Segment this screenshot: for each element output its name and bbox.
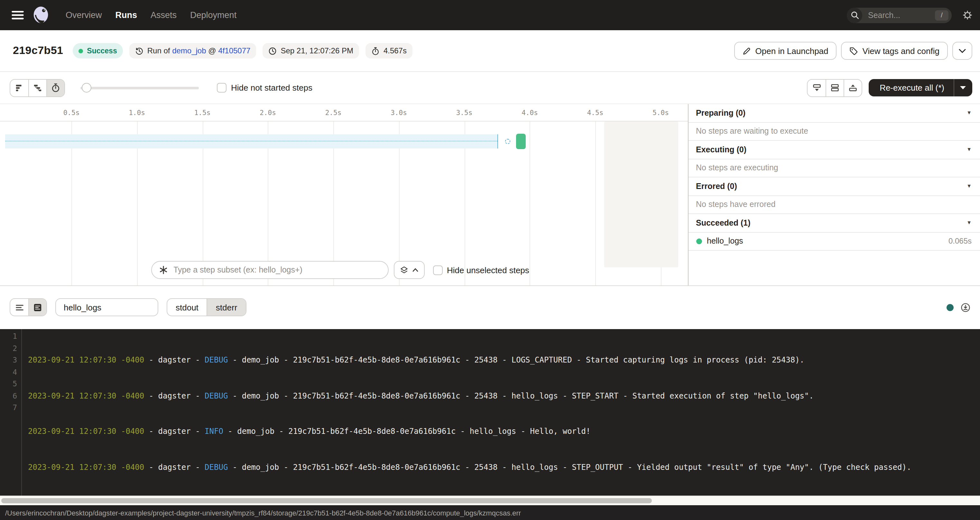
log-line: 2023-09-21 12:07:30 -0400 - dagster - DE… — [28, 461, 980, 473]
panel-layout-split-button[interactable] — [826, 79, 843, 96]
gantt-chart: 0.5s 1.0s 1.5s 2.0s 2.5s 3.0s 3.5s 4.0s … — [0, 104, 687, 285]
hide-not-started-checkbox-row[interactable]: Hide not started steps — [217, 83, 312, 93]
header-more-actions-button[interactable] — [952, 42, 972, 60]
log-level: INFO — [205, 427, 223, 436]
scrollbar-thumb[interactable] — [1, 498, 652, 503]
step-duration: 0.065s — [948, 237, 972, 246]
panel-bottom-icon — [812, 83, 821, 93]
hide-not-started-checkbox[interactable] — [217, 83, 226, 93]
section-succeeded[interactable]: Succeeded (1) ▼ — [688, 214, 980, 232]
step-success-dot-icon — [696, 238, 702, 244]
step-waiting-band — [5, 134, 498, 149]
step-subset-input-wrap — [151, 261, 388, 279]
hide-unselected-label: Hide unselected steps — [447, 265, 529, 275]
log-stream-tabs: stdout stderr — [167, 298, 246, 317]
log-timestamp: 2023-09-21 12:07:30 -0400 — [28, 427, 144, 436]
view-mode-flat-button[interactable] — [10, 79, 28, 96]
after-run-end-shade — [604, 121, 678, 267]
snapshot-link[interactable]: 4f105077 — [218, 46, 250, 55]
slider-track — [80, 86, 199, 89]
slider-thumb[interactable] — [82, 82, 91, 92]
panel-layout-segmented — [807, 79, 862, 97]
step-subset-input[interactable] — [172, 265, 380, 275]
hide-unselected-checkbox-row[interactable]: Hide unselected steps — [433, 265, 529, 275]
axis-tick: 2.5s — [325, 108, 342, 116]
axis-tick: 1.0s — [129, 108, 145, 116]
dagster-logo-icon[interactable] — [31, 5, 51, 25]
header-actions: Open in Launchpad View tags and config — [734, 42, 972, 60]
search-input[interactable] — [867, 10, 929, 20]
tab-stdout[interactable]: stdout — [167, 299, 207, 316]
nav-item-overview[interactable]: Overview — [66, 10, 102, 20]
section-preparing[interactable]: Preparing (0) ▼ — [688, 104, 980, 122]
section-errored-title: Errored (0) — [696, 182, 737, 191]
log-line-numbers: 1 2 3 4 5 6 7 — [0, 329, 22, 496]
axis-tick: 4.5s — [587, 108, 604, 116]
nav-item-runs[interactable]: Runs — [116, 10, 137, 20]
duration: 4.567s — [383, 46, 407, 55]
view-tags-config-label: View tags and config — [862, 46, 939, 55]
line-number: 4 — [0, 366, 17, 378]
caret-down-icon: ▼ — [966, 111, 972, 116]
run-header: 219c7b51 Success Run of demo_job @ 4f105… — [0, 30, 980, 72]
reexecute-dropdown-button[interactable] — [954, 86, 972, 89]
caret-down-icon: ▼ — [966, 220, 972, 226]
log-message: - demo_job - 219c7b51-b62f-4e5b-8de8-0e7… — [228, 355, 804, 365]
log-step-filter-wrap — [55, 298, 158, 317]
view-mode-timed-button[interactable] — [46, 79, 64, 96]
section-succeeded-title: Succeeded (1) — [696, 219, 751, 228]
open-in-launchpad-label: Open in Launchpad — [756, 46, 829, 55]
log-message: - demo_job - 219c7b51-b62f-4e5b-8de8-0e7… — [228, 463, 911, 472]
job-link[interactable]: demo_job — [172, 46, 206, 55]
log-line: 2023-09-21 12:07:30 -0400 - dagster - IN… — [28, 426, 980, 438]
step-row-hello-logs[interactable]: hello_logs 0.065s — [688, 232, 980, 250]
log-horizontal-scrollbar[interactable] — [0, 496, 980, 505]
step-start-marker — [505, 139, 510, 144]
hide-unselected-checkbox[interactable] — [433, 265, 442, 275]
line-number: 5 — [0, 378, 17, 390]
search-box[interactable]: / — [847, 7, 952, 23]
clock-icon — [268, 47, 277, 55]
logs-toolbar: stdout stderr — [0, 286, 980, 329]
nav-item-deployment[interactable]: Deployment — [190, 10, 237, 20]
waiting-dotted-line — [5, 141, 497, 142]
section-executing[interactable]: Executing (0) ▼ — [688, 141, 980, 159]
panel-layout-bottom-button[interactable] — [808, 79, 826, 96]
log-capture-status-dot-icon — [947, 304, 954, 311]
view-tags-config-button[interactable]: View tags and config — [842, 42, 948, 60]
log-step-filter-input[interactable] — [62, 302, 151, 313]
axis-tick: 2.0s — [259, 108, 276, 116]
list-icon — [14, 303, 24, 312]
panel-layout-top-button[interactable] — [843, 79, 862, 96]
hamburger-menu-icon[interactable] — [8, 5, 27, 25]
nav-right: / — [847, 7, 972, 23]
status-badge-label: Success — [87, 47, 117, 55]
tab-stderr[interactable]: stderr — [207, 299, 245, 316]
log-view-mode-segmented — [10, 298, 47, 317]
stopwatch-view-icon — [51, 83, 60, 93]
pencil-icon — [743, 47, 751, 55]
log-level: DEBUG — [205, 391, 228, 400]
open-in-launchpad-button[interactable]: Open in Launchpad — [734, 42, 837, 60]
log-view-table-button[interactable] — [10, 299, 28, 316]
hide-not-started-label: Hide not started steps — [231, 83, 312, 93]
view-mode-waterfall-button[interactable] — [28, 79, 46, 96]
step-execution-bar[interactable] — [516, 134, 525, 149]
duration-tag: 4.567s — [366, 43, 412, 59]
section-executing-empty: No steps are executing — [688, 159, 980, 178]
section-errored[interactable]: Errored (0) ▼ — [688, 178, 980, 196]
graph-query-toggle-button[interactable] — [393, 261, 424, 279]
download-log-icon[interactable] — [961, 303, 970, 312]
log-view-raw-button[interactable] — [28, 299, 46, 316]
run-of-prefix: Run of — [147, 46, 172, 55]
settings-gear-icon[interactable] — [963, 10, 972, 20]
log-level: DEBUG — [205, 463, 228, 472]
chevron-up-icon — [412, 268, 418, 272]
raw-log-view[interactable]: 1 2 3 4 5 6 7 2023-09-21 12:07:30 -0400 … — [0, 329, 980, 496]
top-nav: Overview Runs Assets Deployment / — [0, 0, 980, 30]
gantt-zoom-slider[interactable] — [80, 82, 199, 93]
reexecute-all-button[interactable]: Re-execute all (*) — [869, 79, 972, 97]
axis-tick: 4.0s — [522, 108, 538, 116]
nav-item-assets[interactable]: Assets — [151, 10, 177, 20]
log-lines: 2023-09-21 12:07:30 -0400 - dagster - DE… — [22, 329, 980, 496]
